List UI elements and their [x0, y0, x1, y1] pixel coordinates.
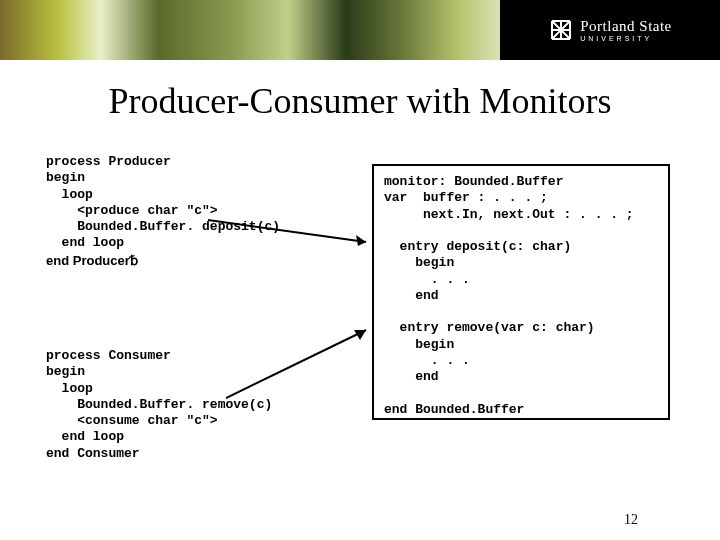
slide-title: Producer-Consumer with Monitors	[10, 80, 710, 122]
producer-end-line: end Producer␢	[46, 253, 138, 268]
consumer-code-block: process Consumer begin loop Bounded.Buff…	[46, 348, 272, 462]
page-number: 12	[624, 512, 638, 528]
header-banner: Portland State UNIVERSITY	[0, 0, 720, 60]
university-logo: Portland State UNIVERSITY	[500, 0, 720, 60]
svg-marker-11	[354, 330, 366, 340]
logo-text: Portland State UNIVERSITY	[580, 19, 672, 42]
svg-marker-9	[356, 235, 366, 246]
logo-line2: UNIVERSITY	[580, 35, 672, 42]
psu-logo-icon	[548, 17, 574, 43]
logo-line1: Portland State	[580, 19, 672, 34]
producer-code-block: process Producer begin loop <produce cha…	[46, 154, 280, 252]
monitor-code-box: monitor: Bounded.Buffer var buffer : . .…	[372, 164, 670, 420]
slide-content: process Producer begin loop <produce cha…	[0, 140, 720, 520]
